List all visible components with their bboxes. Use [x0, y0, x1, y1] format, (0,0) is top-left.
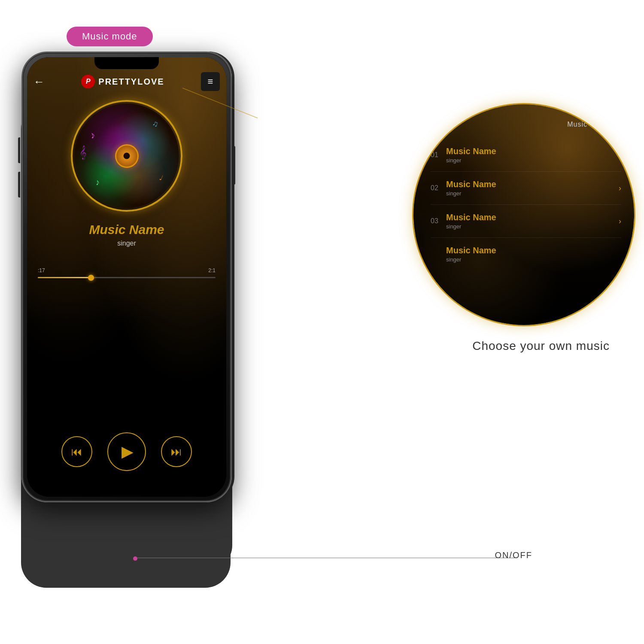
brand-icon: P — [81, 75, 95, 88]
brand-name: PRETTYLOVE — [98, 77, 164, 87]
phone-screen: ← P PRETTYLOVE ≡ — [27, 57, 226, 497]
list-item[interactable]: 02 Music Name singer › — [431, 172, 621, 205]
menu-icon: ≡ — [208, 76, 213, 87]
item-info-1: Music Name singer — [446, 146, 619, 164]
track-name: Music Name — [27, 222, 226, 237]
item-number-2: 02 — [431, 184, 446, 192]
list-item[interactable]: 03 Music Name singer › — [431, 205, 621, 238]
on-off-line — [133, 558, 517, 558]
track-singer: singer — [27, 240, 226, 247]
item-arrow-3: › — [619, 217, 621, 226]
progress-area: :17 2:1 — [38, 267, 216, 278]
item-name-1: Music Name — [446, 146, 619, 156]
album-art: ♪ ♫ ♪ ♩ 𝄞 — [71, 100, 182, 212]
item-number-1: 01 — [431, 151, 446, 159]
item-singer-1: singer — [446, 157, 619, 164]
music-mode-badge: Music mode — [67, 27, 153, 46]
item-name-2: Music Name — [446, 179, 619, 189]
track-info: Music Name singer — [27, 222, 226, 247]
progress-thumb — [88, 275, 94, 281]
progress-track[interactable] — [38, 277, 216, 278]
item-number-3: 03 — [431, 217, 446, 225]
prev-button[interactable]: ⏮ — [61, 436, 92, 467]
item-arrow-2: › — [619, 184, 621, 193]
item-info-3: Music Name singer — [446, 213, 619, 230]
music-note-5: 𝄞 — [79, 146, 87, 160]
phone-mockup: ← P PRETTYLOVE ≡ — [21, 52, 232, 502]
phone-notch — [94, 57, 159, 69]
album-center-disc — [115, 144, 139, 168]
playback-controls: ⏮ ▶ ⏭ — [27, 432, 226, 471]
brand-logo: P PRETTYLOVE — [81, 75, 164, 88]
phone-body: ← P PRETTYLOVE ≡ — [21, 52, 232, 502]
back-arrow-icon[interactable]: ← — [33, 75, 45, 88]
item-name-4: Music Name — [446, 246, 621, 255]
item-info-2: Music Name singer — [446, 179, 619, 197]
item-arrow-1: › — [619, 151, 621, 160]
choose-music-caption: Choose your own music — [472, 339, 610, 353]
item-info-4: Music Name singer — [446, 246, 621, 263]
on-off-label: ON/OFF — [495, 550, 532, 560]
time-total: 2:1 — [208, 267, 216, 273]
next-icon: ⏭ — [171, 445, 182, 459]
progress-times: :17 2:1 — [38, 267, 216, 273]
phone-volume-up — [18, 137, 20, 163]
play-button[interactable]: ▶ — [107, 432, 146, 471]
phone-power-button — [233, 146, 235, 185]
item-singer-3: singer — [446, 223, 619, 230]
music-list-items: 01 Music Name singer › 02 Music Name sin… — [431, 139, 621, 270]
time-current: :17 — [38, 267, 45, 273]
screen-header: ← P PRETTYLOVE ≡ — [33, 72, 220, 91]
on-off-dot — [133, 556, 137, 561]
list-item[interactable]: Music Name singer — [431, 238, 621, 270]
album-inner: ♪ ♫ ♪ ♩ 𝄞 — [74, 103, 179, 208]
music-list-title: Music list — [567, 121, 600, 128]
item-singer-4: singer — [446, 256, 621, 263]
play-icon: ▶ — [122, 443, 134, 461]
menu-button[interactable]: ≡ — [201, 72, 220, 91]
phone-volume-down — [18, 172, 20, 197]
progress-fill — [38, 277, 91, 278]
item-name-3: Music Name — [446, 213, 619, 222]
zoom-circle: Music list 01 Music Name singer › 02 Mus… — [412, 103, 635, 326]
item-singer-2: singer — [446, 190, 619, 197]
prev-icon: ⏮ — [71, 445, 82, 459]
next-button[interactable]: ⏭ — [161, 436, 192, 467]
list-item[interactable]: 01 Music Name singer › — [431, 139, 621, 172]
